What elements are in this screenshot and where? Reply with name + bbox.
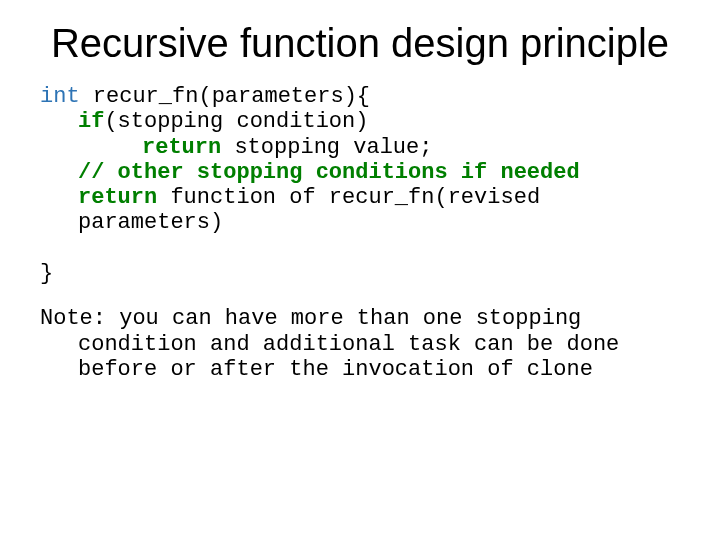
code-line-if: if(stopping condition) (40, 109, 680, 134)
code-line-close: } (40, 261, 680, 286)
code-line-return-recur-cont: parameters) (40, 210, 680, 235)
note-line: Note: you can have more than one stoppin… (40, 306, 680, 331)
code-line-return-stop: return stopping value; (40, 135, 680, 160)
code-line-return-recur: return function of recur_fn(revised (40, 185, 680, 210)
code-text: (stopping condition) (104, 109, 368, 134)
code-text: parameters) (78, 210, 223, 235)
comment-text: // other stopping conditions if needed (78, 160, 580, 185)
note-line: condition and additional task can be don… (40, 332, 680, 357)
code-text: function of recur_fn(revised (157, 185, 540, 210)
code-block: int recur_fn(parameters){ if(stopping co… (40, 84, 680, 286)
keyword-return: return (78, 185, 157, 210)
note-block: Note: you can have more than one stoppin… (40, 306, 680, 382)
keyword-if: if (78, 109, 104, 134)
code-text: stopping value; (221, 135, 432, 160)
code-text: recur_fn(parameters){ (80, 84, 370, 109)
code-line-signature: int recur_fn(parameters){ (40, 84, 680, 109)
slide-title: Recursive function design principle (40, 20, 680, 66)
code-text: } (40, 261, 53, 286)
keyword-return: return (142, 135, 221, 160)
note-line: before or after the invocation of clone (40, 357, 680, 382)
code-line-comment: // other stopping conditions if needed (40, 160, 680, 185)
code-line-blank (40, 236, 680, 261)
keyword-int: int (40, 84, 80, 109)
